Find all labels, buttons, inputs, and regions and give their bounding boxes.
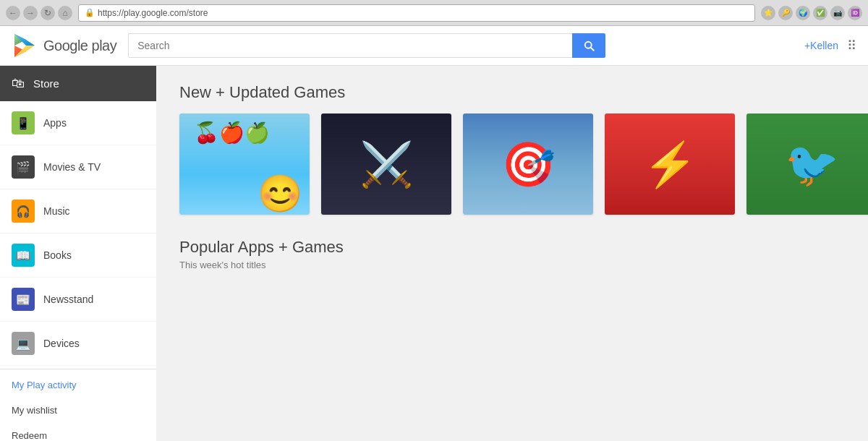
address-text: https://play.google.com/store <box>98 8 208 18</box>
gplay-logo[interactable]: Google play <box>12 33 116 59</box>
newsstand-icon: 📰 <box>12 288 35 311</box>
search-button[interactable] <box>572 33 605 58</box>
address-bar[interactable]: 🔒 https://play.google.com/store <box>78 4 755 22</box>
ssl-lock-icon: 🔒 <box>85 8 95 17</box>
devices-icon: 💻 <box>12 332 35 355</box>
store-icon: 🛍 <box>12 76 25 91</box>
sidebar-link-play-activity[interactable]: My Play activity <box>0 372 156 398</box>
sidebar-newsstand-label: Newsstand <box>43 294 93 305</box>
ext-icon-5[interactable]: 🆔 <box>848 6 862 20</box>
search-input[interactable] <box>128 33 572 58</box>
apps-icon: 📱 <box>12 111 35 134</box>
browser-nav-buttons: ← → ↻ ⌂ <box>6 6 72 20</box>
sidebar-music-label: Music <box>43 205 70 217</box>
sidebar-item-music[interactable]: 🎧 Music <box>0 189 156 234</box>
game-card-two-birds[interactable]: Two Birds word ga... Raketspel ★ ★ ★ ★ ★… <box>746 114 868 215</box>
popular-subtitle: This week's hot titles <box>179 260 845 270</box>
sidebar-item-newsstand[interactable]: 📰 Newsstand <box>0 278 156 322</box>
game-card-sniper[interactable]: Sniper 3D Assassi... Fun Games For Free … <box>463 114 593 215</box>
game-image-smoothie <box>179 114 310 215</box>
ext-icon-3[interactable]: ✅ <box>813 6 827 20</box>
movies-icon: 🎬 <box>12 155 35 179</box>
sidebar-link-wishlist[interactable]: My wishlist <box>0 398 156 423</box>
sidebar-item-apps[interactable]: 📱 Apps <box>0 101 156 145</box>
ext-icon-4[interactable]: 📷 <box>830 6 845 20</box>
game-image-birds <box>746 114 868 215</box>
popular-title: Popular Apps + Games <box>179 238 845 257</box>
forward-button[interactable]: → <box>23 6 38 20</box>
game-card-garou[interactable]: GAROU: MARK OF... SNK PLAYMORE ★ ★ ★ ★ ★… <box>605 114 735 215</box>
new-games-title: New + Updated Games <box>179 83 845 102</box>
gplay-brand-text: Google play <box>43 38 116 54</box>
refresh-button[interactable]: ↻ <box>41 6 55 20</box>
sidebar-store-label: Store <box>33 77 59 90</box>
apps-grid-icon[interactable]: ⠿ <box>847 38 856 53</box>
sidebar: 🛍 Store 📱 Apps 🎬 Movies & TV 🎧 Music 📖 B… <box>0 66 156 441</box>
back-button[interactable]: ← <box>6 6 20 20</box>
books-icon: 📖 <box>12 244 35 267</box>
header-right: +Kellen ⠿ <box>804 38 856 53</box>
game-card-blood-glory[interactable]: BLOOD & GLORY: II... Glu ★ ★ ★ ★ ★ FREE <box>321 114 451 215</box>
home-button[interactable]: ⌂ <box>58 6 72 20</box>
game-image-blood <box>321 114 451 215</box>
popular-section: Popular Apps + Games This week's hot tit… <box>179 238 845 270</box>
game-image-garou <box>605 114 735 215</box>
gplay-header: Google play +Kellen ⠿ <box>0 26 868 66</box>
sidebar-divider <box>0 369 156 369</box>
sidebar-link-redeem[interactable]: Redeem <box>0 423 156 441</box>
browser-extension-icons: ⭐ 🔑 🌍 ✅ 📷 🆔 <box>761 6 862 20</box>
ext-icon-1[interactable]: 🔑 <box>778 6 793 20</box>
search-icon <box>582 39 595 52</box>
browser-chrome: ← → ↻ ⌂ 🔒 https://play.google.com/store … <box>0 0 868 26</box>
user-name[interactable]: +Kellen <box>804 40 838 51</box>
sidebar-movies-label: Movies & TV <box>43 161 101 173</box>
game-card-smoothie-swipe[interactable]: Smoothie Swipe SQUARE ENIX Ltd ★ ★ ★ ★ ★… <box>179 114 310 215</box>
play-logo-icon <box>12 33 38 59</box>
music-icon: 🎧 <box>12 200 35 223</box>
game-image-sniper <box>463 114 593 215</box>
sidebar-apps-label: Apps <box>43 117 67 129</box>
sidebar-books-label: Books <box>43 249 72 261</box>
content-area: New + Updated Games Smoothie Swipe SQUAR… <box>156 66 868 441</box>
sidebar-store-item[interactable]: 🛍 Store <box>0 66 156 101</box>
sidebar-item-movies[interactable]: 🎬 Movies & TV <box>0 145 156 189</box>
sidebar-item-books[interactable]: 📖 Books <box>0 234 156 278</box>
sidebar-devices-label: Devices <box>43 338 80 349</box>
search-bar <box>128 33 605 58</box>
sidebar-item-devices[interactable]: 💻 Devices <box>0 322 156 366</box>
ext-icon-2[interactable]: 🌍 <box>796 6 810 20</box>
main-layout: 🛍 Store 📱 Apps 🎬 Movies & TV 🎧 Music 📖 B… <box>0 66 868 441</box>
bookmark-icon[interactable]: ⭐ <box>761 6 775 20</box>
games-grid: Smoothie Swipe SQUARE ENIX Ltd ★ ★ ★ ★ ★… <box>179 114 845 215</box>
